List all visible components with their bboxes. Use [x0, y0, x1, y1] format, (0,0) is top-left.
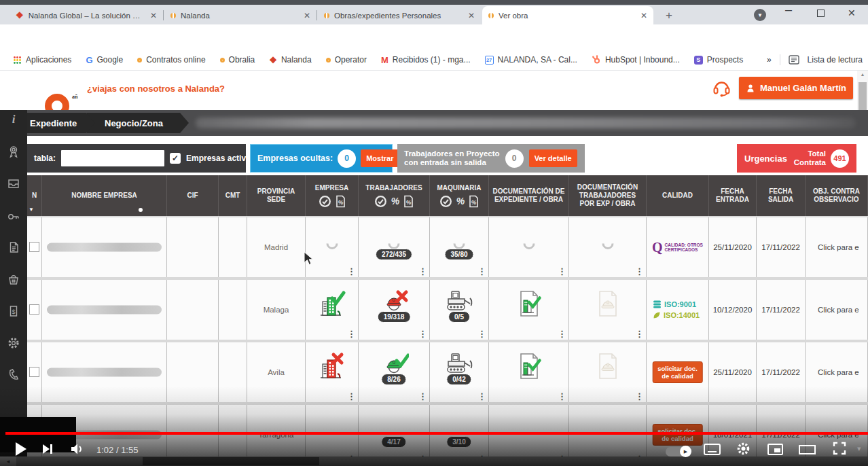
cell-menu-button[interactable]: ⋮	[418, 266, 427, 276]
cell-menu-button[interactable]: ⋮	[347, 266, 356, 276]
invoice-icon[interactable]: $	[7, 304, 20, 318]
window-close-button[interactable]: ✕	[848, 7, 856, 18]
validated-check-icon[interactable]	[439, 195, 452, 208]
scroll-up-icon[interactable]: ▲	[857, 72, 868, 77]
cell-menu-button[interactable]: ⋮	[635, 329, 644, 339]
column-header-empresa[interactable]: EMPRESA%	[306, 175, 359, 216]
calidad-otros-certificados-link[interactable]: QCALIDAD: OTROSCERTIFICADOS	[647, 217, 708, 277]
column-drag-handle[interactable]	[139, 208, 143, 212]
bookmark-item[interactable]: 27NALANDA, SA - Cal...	[479, 53, 583, 67]
browser-tab-1[interactable]: ❖ Nalanda Global – La solución onl ✕	[10, 6, 163, 24]
cell-menu-button[interactable]: ⋮	[635, 266, 644, 276]
row-select-checkbox[interactable]	[29, 367, 39, 377]
percent-icon[interactable]: %	[391, 197, 399, 205]
column-header-provincia[interactable]: PROVINCIA SEDE	[247, 175, 306, 216]
phone-icon[interactable]	[7, 368, 20, 382]
fullscreen-button[interactable]	[833, 442, 846, 455]
headset-icon[interactable]	[712, 78, 731, 97]
cell-menu-button[interactable]: ⋮	[347, 329, 356, 339]
page-horizontal-scrollbar[interactable]: ◂	[0, 456, 868, 466]
percent-icon[interactable]: %	[456, 197, 465, 205]
scroll-left-icon[interactable]: ◂	[0, 456, 16, 466]
doc-expediente-ok-icon[interactable]	[516, 352, 543, 380]
basket-icon[interactable]	[7, 272, 20, 286]
column-header-doc_trabajadores[interactable]: DOCUMENTACIÓN TRABAJADORES POR EXP / OBR…	[569, 175, 647, 216]
cell-menu-button[interactable]: ⋮	[418, 329, 427, 339]
bookmark-item[interactable]: Operator	[320, 53, 373, 67]
doc-trabajadores-pending-icon[interactable]	[594, 289, 621, 318]
sort-caret-icon[interactable]: ▼	[29, 207, 34, 213]
bookmark-item[interactable]: MRecibidos (1) - mga...	[375, 53, 477, 67]
key-icon[interactable]	[7, 209, 20, 222]
window-minimize-button[interactable]: –	[785, 3, 792, 17]
tab-close-icon[interactable]: ✕	[304, 11, 310, 20]
tab-close-icon[interactable]: ✕	[640, 11, 647, 20]
page-vertical-scrollbar[interactable]: ▲	[857, 71, 868, 110]
bookmark-item[interactable]: Contratos online	[131, 53, 211, 67]
volume-button[interactable]	[71, 443, 84, 455]
user-menu-button[interactable]: Manuel Galán Martín	[739, 77, 853, 99]
hscrollbar-thumb[interactable]	[143, 457, 319, 465]
column-header-fecha_salida[interactable]: FECHA SALIDA	[757, 175, 806, 216]
bookmark-item[interactable]: Aplicaciones	[7, 53, 77, 67]
column-header-obj[interactable]: OBJ. CONTRAOBSERVACIO	[806, 175, 868, 216]
play-button[interactable]	[15, 442, 27, 456]
scrollbar-thumb[interactable]	[858, 82, 867, 110]
bookmark-item[interactable]: HubSpot | Inbound...	[585, 53, 686, 67]
machinery-icon[interactable]	[444, 289, 475, 312]
mostrar-button[interactable]: Mostrar	[361, 149, 399, 167]
subtitles-button[interactable]	[704, 444, 721, 455]
column-header-cif[interactable]: CIF	[167, 175, 219, 216]
obj-contra-link[interactable]: Click para e	[806, 280, 867, 340]
validated-check-icon[interactable]	[374, 195, 387, 208]
validated-check-icon[interactable]	[319, 195, 331, 208]
info-icon[interactable]: i	[12, 113, 16, 126]
solicitar-doc-calidad-button[interactable]: solicitar doc.de calidad	[652, 361, 703, 383]
obj-contra-link[interactable]: Click para e	[806, 342, 867, 402]
miniplayer-button[interactable]	[767, 444, 783, 455]
doc-percent-icon[interactable]: %	[469, 195, 479, 208]
window-maximize-button[interactable]	[817, 10, 825, 17]
autoplay-toggle[interactable]: ▶	[666, 447, 690, 456]
bookmark-item[interactable]: GGoogle	[79, 53, 129, 67]
cell-menu-button[interactable]: ⋮	[558, 266, 566, 276]
empresas-activas-checkbox[interactable]: ✓	[170, 153, 181, 164]
tab-close-icon[interactable]: ✕	[150, 11, 157, 20]
doc-expediente-ok-icon[interactable]	[516, 289, 543, 318]
doc-trabajadores-pending-icon[interactable]	[594, 352, 621, 380]
document-icon[interactable]	[7, 240, 20, 254]
bookmark-item[interactable]: SProspects	[688, 53, 749, 67]
doc-percent-icon[interactable]: %	[403, 195, 414, 208]
obj-contra-link[interactable]: Click para e	[806, 217, 867, 277]
company-status-error-icon[interactable]	[319, 352, 346, 380]
cell-menu-button[interactable]: ⋮	[477, 266, 486, 276]
bookmarks-overflow-chevron[interactable]: »	[767, 55, 772, 65]
cell-menu-button[interactable]: ⋮	[558, 329, 566, 339]
cell-menu-button[interactable]: ⋮	[418, 391, 427, 401]
next-button[interactable]	[42, 444, 53, 454]
media-controls-icon[interactable]: ▼	[754, 9, 766, 21]
tabla-filter-input[interactable]	[61, 150, 164, 166]
column-header-calidad[interactable]: CALIDAD	[647, 175, 709, 216]
urgencias-panel[interactable]: Urgencias Total Contrata 491	[737, 144, 856, 173]
cell-menu-button[interactable]: ⋮	[477, 329, 486, 339]
gear-icon[interactable]	[7, 336, 20, 350]
company-status-ok-icon[interactable]	[319, 289, 346, 318]
column-header-fecha_entrada[interactable]: FECHA ENTRADA	[709, 175, 757, 216]
theater-mode-button[interactable]	[799, 445, 816, 454]
cell-menu-button[interactable]: ⋮	[347, 391, 356, 401]
machinery-icon[interactable]	[444, 352, 475, 375]
reading-list-label[interactable]: Lista de lectura	[808, 55, 863, 65]
row-select-checkbox[interactable]	[29, 304, 39, 315]
column-header-nombre[interactable]: NOMBRE EMPRESA	[42, 175, 167, 216]
cell-menu-button[interactable]: ⋮	[635, 391, 644, 401]
column-header-trabajadores[interactable]: TRABAJADORES%%	[359, 175, 430, 216]
browser-tab-3[interactable]: Obras/expedientes Personales ✕	[318, 6, 481, 24]
column-header-cmt[interactable]: CMT	[219, 175, 247, 216]
video-progress-bar[interactable]	[5, 432, 868, 435]
obj-contra-link[interactable]: Click para e	[806, 405, 867, 465]
column-header-doc_expediente[interactable]: DOCUMENTACIÓN DE EXPEDIENTE / OBRA	[489, 175, 569, 216]
breadcrumb-expediente[interactable]: Expediente	[19, 113, 95, 133]
award-icon[interactable]	[7, 145, 20, 158]
solicitar-doc-calidad-button[interactable]: solicitar doc.de calidad	[652, 424, 703, 446]
